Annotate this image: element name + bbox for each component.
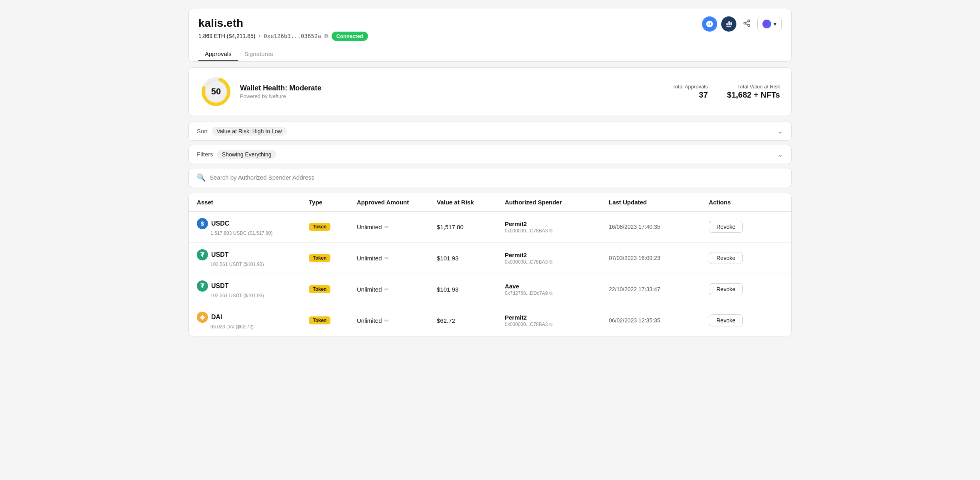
eth-balance: 1.869 ETH ($4,211.85) bbox=[198, 33, 255, 39]
value-at-risk-cell-0: $1,517.80 bbox=[437, 224, 505, 230]
table-row: ◈ DAI 63.023 DAI ($62.72) Token Unlimite… bbox=[189, 305, 791, 336]
col-value-at-risk: Value at Risk bbox=[437, 199, 505, 206]
eth-wallet-button[interactable]: ▾ bbox=[757, 17, 782, 31]
header-right: ▾ bbox=[702, 16, 782, 32]
filters-left: Filters Showing Everything bbox=[197, 150, 276, 159]
spender-addr-row-1: 0x000000...C78BA3 ⧉ bbox=[505, 259, 609, 265]
connected-badge: Connected bbox=[332, 32, 368, 41]
copy-spender-icon-3[interactable]: ⧉ bbox=[549, 322, 553, 327]
spender-addr-row-3: 0x000000...C78BA3 ⧉ bbox=[505, 322, 609, 327]
asset-sub-2: 102.561 USDT ($101.93) bbox=[197, 293, 309, 298]
type-badge-1: Token bbox=[309, 254, 330, 262]
sort-value: Value at Risk: High to Low bbox=[212, 127, 287, 136]
approved-amount-cell-1: Unlimited ✏ bbox=[357, 255, 437, 262]
sort-control[interactable]: Sort Value at Risk: High to Low ⌄ bbox=[188, 122, 792, 141]
col-last-updated: Last Updated bbox=[609, 199, 709, 206]
spender-name-3: Permit2 bbox=[505, 314, 609, 321]
type-badge-3: Token bbox=[309, 316, 330, 324]
sort-label: Sort bbox=[197, 128, 208, 134]
last-updated-cell-3: 06/02/2023 12:35:35 bbox=[609, 317, 709, 324]
opensea-icon[interactable] bbox=[702, 16, 717, 32]
filters-control[interactable]: Filters Showing Everything ⌄ bbox=[188, 145, 792, 164]
eth-orb-icon bbox=[762, 20, 771, 28]
asset-cell-3: ◈ DAI 63.023 DAI ($62.72) bbox=[197, 312, 309, 330]
last-updated-cell-2: 22/10/2022 17:33:47 bbox=[609, 286, 709, 292]
approved-amount-value-1: Unlimited bbox=[357, 255, 382, 262]
table-row: ₮ USDT 102.561 USDT ($101.93) Token Unli… bbox=[189, 274, 791, 305]
revoke-button-0[interactable]: Revoke bbox=[709, 221, 743, 233]
revoke-button-3[interactable]: Revoke bbox=[709, 314, 743, 326]
value-at-risk-cell-3: $62.72 bbox=[437, 317, 505, 324]
asset-cell-1: ₮ USDT 102.561 USDT ($101.93) bbox=[197, 249, 309, 267]
header-left: kalis.eth 1.869 ETH ($4,211.85) • 0xe126… bbox=[198, 16, 368, 41]
edit-amount-icon-0[interactable]: ✏ bbox=[384, 224, 389, 230]
tab-approvals[interactable]: Approvals bbox=[198, 47, 238, 61]
spender-cell-3: Permit2 0x000000...C78BA3 ⧉ bbox=[505, 314, 609, 327]
token-icon-dai-3: ◈ bbox=[197, 312, 208, 323]
spender-cell-0: Permit2 0x000000...C78BA3 ⧉ bbox=[505, 220, 609, 234]
eth-dropdown-label: ▾ bbox=[774, 21, 776, 27]
edit-amount-icon-3[interactable]: ✏ bbox=[384, 318, 389, 324]
spender-name-1: Permit2 bbox=[505, 252, 609, 258]
table-header: Asset Type Approved Amount Value at Risk… bbox=[189, 193, 791, 212]
health-score: 50 bbox=[211, 86, 221, 97]
tab-signatures[interactable]: Signatures bbox=[238, 47, 280, 61]
asset-cell-0: $ USDC 1,517.803 USDC ($1,517.80) bbox=[197, 218, 309, 236]
total-approvals-label: Total Approvals bbox=[672, 84, 708, 90]
col-authorized-spender: Authorized Spender bbox=[505, 199, 609, 206]
spender-cell-1: Permit2 0x000000...C78BA3 ⧉ bbox=[505, 252, 609, 265]
share-button[interactable] bbox=[740, 17, 753, 32]
copy-spender-icon-0[interactable]: ⧉ bbox=[549, 228, 553, 234]
filters-label: Filters bbox=[197, 151, 213, 158]
svg-point-0 bbox=[748, 20, 750, 22]
svg-point-2 bbox=[748, 24, 750, 26]
asset-sub-3: 63.023 DAI ($62.72) bbox=[197, 324, 309, 330]
asset-sub-1: 102.561 USDT ($101.93) bbox=[197, 262, 309, 267]
copy-spender-icon-2[interactable]: ⧉ bbox=[549, 290, 553, 296]
health-stats: Total Approvals 37 Total Value at Risk $… bbox=[672, 84, 780, 100]
copy-spender-icon-1[interactable]: ⧉ bbox=[549, 259, 553, 265]
health-card: 50 Wallet Health: Moderate Powered by Ne… bbox=[188, 67, 792, 116]
asset-name-1: USDT bbox=[211, 251, 229, 258]
chart-icon[interactable] bbox=[721, 16, 736, 32]
asset-name-row-0: $ USDC bbox=[197, 218, 309, 229]
health-gauge: 50 bbox=[200, 76, 232, 108]
edit-amount-icon-2[interactable]: ✏ bbox=[384, 286, 389, 292]
spender-addr-1: 0x000000...C78BA3 bbox=[505, 259, 548, 265]
asset-name-row-3: ◈ DAI bbox=[197, 312, 309, 323]
copy-address-icon[interactable]: ⧉ bbox=[324, 33, 328, 40]
last-updated-cell-0: 16/08/2023 17:40:35 bbox=[609, 224, 709, 230]
actions-cell-1: Revoke bbox=[709, 252, 761, 264]
table-body: $ USDC 1,517.803 USDC ($1,517.80) Token … bbox=[189, 212, 791, 336]
token-icon-usdt-2: ₮ bbox=[197, 280, 208, 292]
approved-amount-cell-0: Unlimited ✏ bbox=[357, 224, 437, 230]
sort-left: Sort Value at Risk: High to Low bbox=[197, 127, 287, 136]
search-bar: 🔍 bbox=[188, 168, 792, 187]
total-approvals-value: 37 bbox=[672, 90, 708, 100]
total-approvals-stat: Total Approvals 37 bbox=[672, 84, 708, 100]
health-info: Wallet Health: Moderate Powered by Neftu… bbox=[240, 84, 664, 99]
revoke-button-2[interactable]: Revoke bbox=[709, 283, 743, 295]
spender-name-0: Permit2 bbox=[505, 220, 609, 227]
filters-chevron-icon: ⌄ bbox=[777, 150, 783, 159]
edit-amount-icon-1[interactable]: ✏ bbox=[384, 255, 389, 261]
token-icon-usdc-0: $ bbox=[197, 218, 208, 229]
actions-cell-2: Revoke bbox=[709, 283, 761, 295]
asset-name-row-1: ₮ USDT bbox=[197, 249, 309, 260]
revoke-button-1[interactable]: Revoke bbox=[709, 252, 743, 264]
search-icon: 🔍 bbox=[197, 173, 206, 182]
table-row: $ USDC 1,517.803 USDC ($1,517.80) Token … bbox=[189, 212, 791, 243]
approved-amount-cell-3: Unlimited ✏ bbox=[357, 317, 437, 324]
asset-name-3: DAI bbox=[211, 314, 222, 321]
spender-addr-3: 0x000000...C78BA3 bbox=[505, 322, 548, 327]
header-tabs: Approvals Signatures bbox=[198, 47, 782, 61]
value-at-risk-cell-1: $101.93 bbox=[437, 255, 505, 262]
type-cell-3: Token bbox=[309, 316, 357, 324]
search-input[interactable] bbox=[210, 174, 783, 181]
approvals-table: Asset Type Approved Amount Value at Risk… bbox=[188, 193, 792, 336]
type-cell-0: Token bbox=[309, 223, 357, 231]
total-value-value: $1,682 + NFTs bbox=[727, 90, 780, 100]
approved-amount-value-3: Unlimited bbox=[357, 317, 382, 324]
approved-amount-value-2: Unlimited bbox=[357, 286, 382, 293]
health-title: Wallet Health: Moderate bbox=[240, 84, 664, 92]
